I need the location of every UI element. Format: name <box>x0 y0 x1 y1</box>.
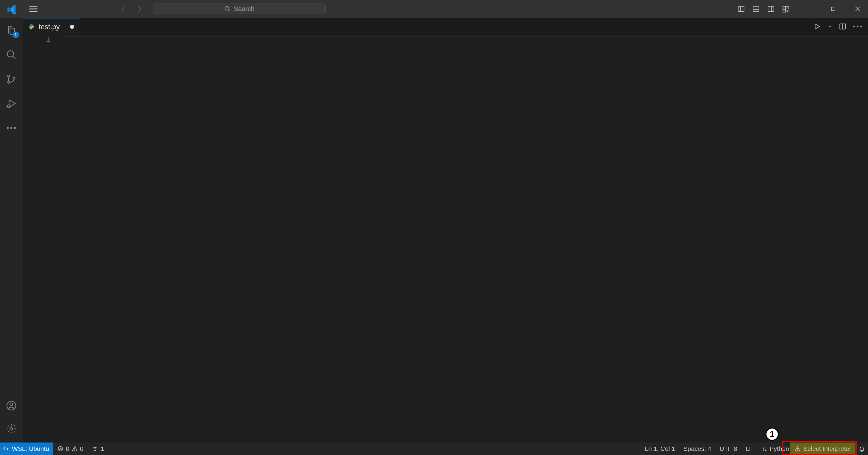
remote-indicator[interactable]: WSL: Ubuntu <box>0 443 53 455</box>
workbench: 1 <box>0 18 868 443</box>
svg-rect-5 <box>738 6 744 11</box>
toggle-primary-sidebar-button[interactable] <box>736 4 746 14</box>
cursor-position: Ln 1, Col 1 <box>645 445 675 452</box>
warning-icon <box>795 446 800 452</box>
svg-point-20 <box>7 51 14 57</box>
status-bar: WSL: Ubuntu 0 0 1 Ln 1, Col 1 Spaces: 4 … <box>0 443 868 455</box>
python-file-icon <box>28 24 35 30</box>
error-icon <box>58 446 63 452</box>
select-interpreter-label: Select Interpreter <box>803 445 851 452</box>
editor-text-area[interactable] <box>61 35 868 443</box>
svg-line-21 <box>13 56 16 59</box>
warning-icon <box>72 446 78 452</box>
bell-icon <box>859 446 865 452</box>
svg-point-14 <box>787 10 788 11</box>
window-maximize-button[interactable] <box>826 2 840 16</box>
notifications-button[interactable] <box>856 443 868 455</box>
window-minimize-button[interactable] <box>802 2 815 16</box>
editor-tab-test-py[interactable]: test.py <box>23 18 80 35</box>
nav-back-button[interactable] <box>118 4 129 14</box>
problems-status[interactable]: 0 0 <box>53 443 88 455</box>
editor-region: test.py 1 <box>23 18 868 443</box>
activity-bar: 1 <box>0 18 23 443</box>
nav-forward-button[interactable] <box>134 4 145 14</box>
encoding-status[interactable]: UTF-8 <box>716 443 742 455</box>
svg-line-27 <box>7 108 7 108</box>
svg-rect-9 <box>768 6 774 11</box>
svg-point-42 <box>765 450 766 451</box>
ports-status[interactable]: 1 <box>88 443 108 455</box>
eol-label: LF <box>746 445 753 452</box>
toggle-secondary-sidebar-button[interactable] <box>766 4 776 14</box>
encoding-label: UTF-8 <box>720 445 738 452</box>
svg-point-40 <box>74 450 75 450</box>
svg-line-4 <box>228 10 230 11</box>
svg-rect-12 <box>786 6 789 9</box>
error-count: 0 <box>66 445 69 452</box>
warning-count: 0 <box>80 445 84 452</box>
svg-point-32 <box>10 428 13 430</box>
remote-label: WSL: Ubuntu <box>12 445 49 452</box>
explorer-activity-button[interactable]: 1 <box>4 23 19 37</box>
svg-point-24 <box>13 77 15 79</box>
language-label: Python <box>770 445 789 452</box>
svg-rect-17 <box>831 7 835 11</box>
customize-layout-button[interactable] <box>780 4 791 14</box>
svg-point-26 <box>7 105 10 108</box>
search-activity-button[interactable] <box>4 47 19 62</box>
indentation-status[interactable]: Spaces: 4 <box>679 443 715 455</box>
window-close-button[interactable] <box>851 2 864 16</box>
svg-line-28 <box>10 108 11 108</box>
source-control-activity-button[interactable] <box>4 72 19 86</box>
svg-point-3 <box>225 6 229 10</box>
search-icon <box>224 6 231 12</box>
eol-status[interactable]: LF <box>741 443 757 455</box>
language-mode-status[interactable]: Python <box>757 443 790 455</box>
toggle-panel-button[interactable] <box>751 4 762 14</box>
editor-tab-row: test.py <box>23 18 868 35</box>
ports-count: 1 <box>101 445 104 452</box>
vscode-logo-icon <box>5 2 19 16</box>
svg-rect-7 <box>753 6 759 11</box>
svg-point-44 <box>797 450 798 450</box>
svg-point-23 <box>8 81 10 83</box>
language-icon <box>762 446 767 452</box>
search-placeholder: Search <box>234 5 255 13</box>
settings-gear-button[interactable] <box>4 422 19 436</box>
ellipsis-icon <box>853 26 862 27</box>
run-file-dropdown[interactable] <box>827 22 833 32</box>
editor-gutter: 1 <box>23 35 61 443</box>
accounts-button[interactable] <box>4 398 19 413</box>
split-editor-button[interactable] <box>838 22 848 32</box>
current-line-highlight <box>61 36 868 46</box>
svg-marker-33 <box>815 24 820 29</box>
annotation-callout-1: 1 <box>766 428 779 441</box>
line-number: 1 <box>23 36 50 44</box>
ports-icon <box>92 446 98 452</box>
tab-dirty-indicator-icon <box>70 25 74 29</box>
cursor-position-status[interactable]: Ln 1, Col 1 <box>641 443 680 455</box>
ellipsis-icon <box>7 127 16 129</box>
command-center-search[interactable]: Search <box>153 4 326 14</box>
run-file-button[interactable] <box>812 22 822 32</box>
annotation-callout-label: 1 <box>770 429 775 439</box>
menu-button[interactable] <box>26 2 40 16</box>
remote-icon <box>3 446 9 452</box>
title-bar: Search <box>0 0 868 18</box>
svg-rect-13 <box>783 9 785 12</box>
editor-more-actions-button[interactable] <box>852 22 863 32</box>
tab-filename: test.py <box>39 23 60 31</box>
svg-point-22 <box>8 75 10 77</box>
more-activity-button[interactable] <box>4 121 19 135</box>
select-interpreter-button[interactable]: Select Interpreter <box>790 443 856 455</box>
editor-body[interactable]: 1 <box>23 35 868 443</box>
svg-point-41 <box>95 450 96 451</box>
svg-rect-11 <box>783 6 785 9</box>
indentation-label: Spaces: 4 <box>683 445 711 452</box>
run-debug-activity-button[interactable] <box>4 96 19 111</box>
explorer-badge: 1 <box>12 32 19 38</box>
svg-point-31 <box>10 403 13 406</box>
